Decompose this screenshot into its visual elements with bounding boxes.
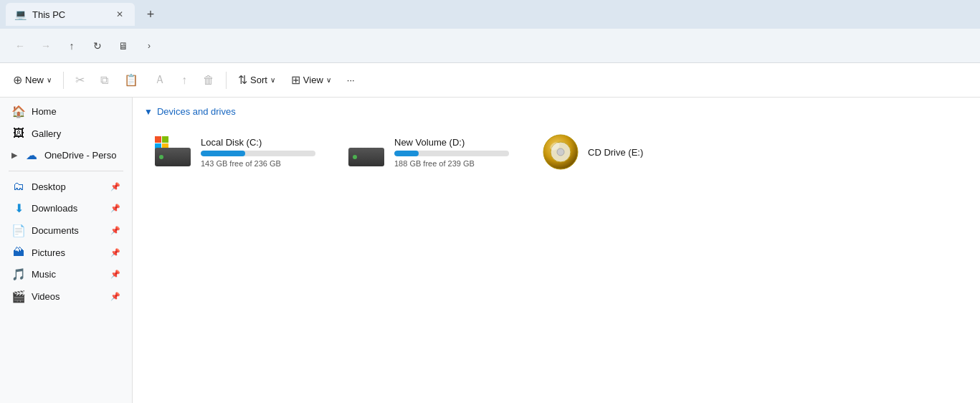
toolbar-divider-2 bbox=[226, 72, 227, 89]
copy-button[interactable]: ⧉ bbox=[93, 67, 115, 93]
up-button[interactable]: ↑ bbox=[60, 34, 83, 57]
tab-title-label: This PC bbox=[32, 9, 108, 20]
main-area: 🏠 Home 🖼 Gallery ▶ ☁ OneDrive - Perso 🗂 … bbox=[0, 98, 980, 403]
rename-button[interactable]: Ａ bbox=[147, 67, 173, 93]
c-drive-icon-wrap bbox=[155, 138, 192, 166]
delete-icon: 🗑 bbox=[203, 74, 214, 87]
sidebar-desktop-label: Desktop bbox=[32, 181, 66, 192]
d-drive-info: New Volume (D:) 188 GB free of 239 GB bbox=[394, 137, 509, 168]
cd-drive-icon-wrap bbox=[542, 133, 579, 171]
drives-grid: Local Disk (C:) 143 GB free of 236 GB Ne… bbox=[144, 125, 969, 179]
onedrive-icon: ☁ bbox=[24, 148, 39, 162]
paste-button[interactable]: 📋 bbox=[117, 67, 146, 93]
hdd-body-c bbox=[155, 148, 191, 166]
c-drive-size: 143 GB free of 236 GB bbox=[201, 159, 315, 168]
desktop-icon: 🗂 bbox=[11, 180, 26, 193]
sidebar-item-onedrive[interactable]: ▶ ☁ OneDrive - Perso bbox=[3, 144, 129, 166]
paste-icon: 📋 bbox=[124, 73, 138, 87]
sidebar-item-videos[interactable]: 🎬 Videos 📌 bbox=[3, 285, 129, 308]
hdd-body-d bbox=[348, 148, 384, 166]
sort-icon: ⇅ bbox=[238, 73, 247, 87]
delete-button[interactable]: 🗑 bbox=[196, 67, 222, 93]
c-drive-info: Local Disk (C:) 143 GB free of 236 GB bbox=[201, 137, 315, 168]
svg-rect-0 bbox=[155, 136, 161, 143]
copy-icon: ⧉ bbox=[100, 74, 108, 87]
new-label: New bbox=[25, 75, 44, 85]
c-drive-bar-fill bbox=[201, 151, 245, 156]
back-button[interactable]: ← bbox=[9, 34, 32, 57]
sidebar: 🏠 Home 🖼 Gallery ▶ ☁ OneDrive - Perso 🗂 … bbox=[0, 98, 133, 403]
music-icon: 🎵 bbox=[11, 267, 26, 281]
more-options-button[interactable]: ··· bbox=[340, 67, 362, 93]
sidebar-item-home[interactable]: 🏠 Home bbox=[3, 100, 129, 123]
tab-this-pc[interactable]: 💻 This PC ✕ bbox=[6, 3, 135, 26]
c-drive-name: Local Disk (C:) bbox=[201, 137, 315, 148]
sidebar-item-gallery[interactable]: 🖼 Gallery bbox=[3, 123, 129, 144]
sidebar-videos-label: Videos bbox=[32, 291, 60, 302]
sidebar-home-label: Home bbox=[32, 106, 57, 117]
music-pin-icon: 📌 bbox=[110, 270, 120, 279]
share-button[interactable]: ↑ bbox=[174, 67, 194, 93]
cd-drive-svg-icon bbox=[542, 133, 579, 171]
new-button[interactable]: ⊕ New ∨ bbox=[6, 67, 59, 93]
rename-icon: Ａ bbox=[154, 72, 166, 87]
view-label: View bbox=[303, 75, 323, 85]
e-drive-name: CD Drive (E:) bbox=[588, 147, 643, 158]
svg-rect-1 bbox=[162, 136, 168, 143]
nav-bar: ← → ↑ ↻ 🖥 › bbox=[0, 29, 980, 63]
share-icon: ↑ bbox=[181, 74, 187, 87]
drive-card-d[interactable]: New Volume (D:) 188 GB free of 239 GB bbox=[338, 125, 520, 179]
forward-button[interactable]: → bbox=[34, 34, 57, 57]
title-bar: 💻 This PC ✕ + bbox=[0, 0, 980, 29]
sidebar-music-label: Music bbox=[32, 269, 56, 280]
content-area: ▼ Devices and drives bbox=[133, 98, 980, 403]
drive-card-e[interactable]: CD Drive (E:) bbox=[531, 125, 660, 179]
toolbar: ⊕ New ∨ ✂ ⧉ 📋 Ａ ↑ 🗑 ⇅ Sort ∨ ⊞ View ∨ ··… bbox=[0, 63, 980, 98]
sidebar-item-desktop[interactable]: 🗂 Desktop 📌 bbox=[3, 176, 129, 197]
tab-close-button[interactable]: ✕ bbox=[113, 8, 126, 21]
breadcrumb-more-button[interactable]: › bbox=[138, 34, 161, 57]
documents-icon: 📄 bbox=[11, 224, 26, 237]
documents-pin-icon: 📌 bbox=[110, 226, 120, 235]
section-collapse-icon[interactable]: ▼ bbox=[144, 107, 153, 117]
desktop-pin-icon: 📌 bbox=[110, 182, 120, 191]
cut-button[interactable]: ✂ bbox=[68, 67, 92, 93]
view-caret-icon: ∨ bbox=[326, 76, 331, 84]
pictures-pin-icon: 📌 bbox=[110, 248, 120, 257]
sidebar-pictures-label: Pictures bbox=[32, 247, 65, 258]
refresh-button[interactable]: ↻ bbox=[86, 34, 109, 57]
sidebar-item-pictures[interactable]: 🏔 Pictures 📌 bbox=[3, 242, 129, 263]
sort-label: Sort bbox=[250, 75, 267, 85]
tab-icon: 💻 bbox=[14, 9, 27, 20]
d-drive-size: 188 GB free of 239 GB bbox=[394, 159, 509, 168]
new-tab-button[interactable]: + bbox=[141, 4, 161, 24]
sidebar-item-documents[interactable]: 📄 Documents 📌 bbox=[3, 219, 129, 242]
d-drive-icon-wrap bbox=[348, 138, 386, 166]
downloads-icon: ⬇ bbox=[11, 202, 26, 215]
c-drive-bar-bg bbox=[201, 151, 315, 156]
hdd-light-c bbox=[159, 155, 163, 159]
devices-drives-section-header: ▼ Devices and drives bbox=[144, 106, 969, 117]
pictures-icon: 🏔 bbox=[11, 246, 26, 259]
videos-icon: 🎬 bbox=[11, 290, 26, 303]
cut-icon: ✂ bbox=[75, 73, 85, 87]
sidebar-downloads-label: Downloads bbox=[32, 203, 77, 214]
view-icon: ⊞ bbox=[291, 73, 300, 87]
sidebar-onedrive-label: OneDrive - Perso bbox=[44, 150, 116, 161]
drive-card-c[interactable]: Local Disk (C:) 143 GB free of 236 GB bbox=[144, 125, 326, 179]
hdd-light-d bbox=[353, 155, 357, 159]
sidebar-item-downloads[interactable]: ⬇ Downloads 📌 bbox=[3, 197, 129, 219]
videos-pin-icon: 📌 bbox=[110, 292, 120, 301]
new-caret-icon: ∨ bbox=[47, 76, 52, 84]
e-drive-info: CD Drive (E:) bbox=[588, 147, 643, 158]
d-drive-name: New Volume (D:) bbox=[394, 137, 509, 148]
view-button[interactable]: ⊞ View ∨ bbox=[284, 67, 338, 93]
sidebar-documents-label: Documents bbox=[32, 225, 79, 236]
sort-button[interactable]: ⇅ Sort ∨ bbox=[231, 67, 282, 93]
sidebar-item-music[interactable]: 🎵 Music 📌 bbox=[3, 263, 129, 285]
gallery-icon: 🖼 bbox=[11, 127, 26, 140]
sort-caret-icon: ∨ bbox=[270, 76, 275, 84]
home-icon: 🏠 bbox=[11, 105, 26, 118]
d-drive-bar-fill bbox=[394, 151, 419, 156]
onedrive-expand-icon: ▶ bbox=[11, 151, 17, 160]
